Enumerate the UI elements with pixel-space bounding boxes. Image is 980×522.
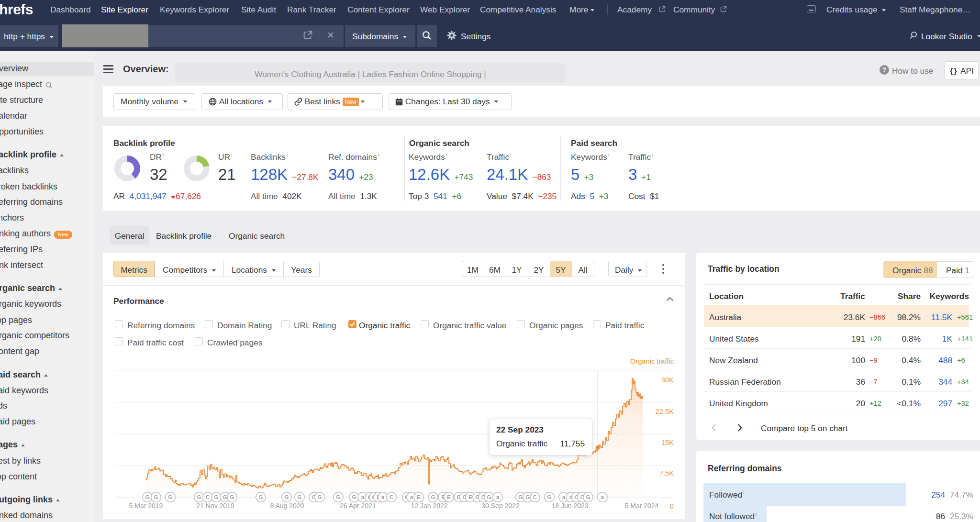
svg-text:G: G: [214, 494, 219, 500]
svg-text:G: G: [259, 494, 263, 500]
svg-text:E: E: [417, 494, 421, 500]
svg-text:a: a: [562, 494, 566, 500]
svg-text:G: G: [519, 494, 523, 500]
svg-text:G: G: [336, 494, 341, 500]
svg-text:G: G: [145, 494, 150, 500]
svg-text:E: E: [447, 494, 451, 500]
svg-text:C: C: [390, 494, 393, 500]
svg-text:G: G: [526, 494, 530, 500]
svg-text:C: C: [533, 494, 537, 500]
svg-text:G: G: [197, 494, 201, 500]
svg-text:G: G: [318, 494, 322, 500]
svg-text:G: G: [298, 494, 302, 500]
svg-text:a: a: [496, 494, 500, 500]
svg-text:a: a: [381, 494, 385, 500]
svg-text:G: G: [487, 494, 491, 500]
svg-text:E: E: [468, 494, 472, 500]
svg-text:G: G: [230, 494, 234, 500]
svg-text:a: a: [601, 494, 604, 500]
svg-text:a: a: [410, 494, 413, 500]
svg-text:G: G: [154, 494, 158, 500]
svg-text:G: G: [431, 494, 435, 500]
svg-text:G: G: [547, 494, 552, 500]
svg-text:G: G: [352, 494, 356, 500]
svg-text:C: C: [206, 494, 210, 500]
svg-text:G: G: [586, 494, 590, 500]
svg-text:G: G: [223, 494, 227, 500]
svg-text:G: G: [285, 494, 289, 500]
svg-text:a: a: [361, 494, 365, 500]
svg-text:G: G: [168, 494, 173, 500]
